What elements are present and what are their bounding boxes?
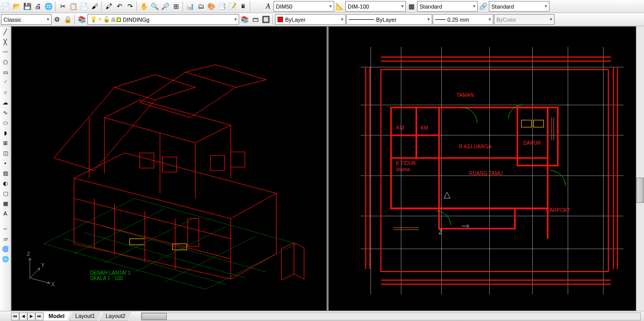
dcenter-icon[interactable]: 🗂: [196, 2, 206, 12]
table-icon[interactable]: ▦: [1, 199, 10, 208]
arc-icon[interactable]: ◜: [1, 78, 10, 87]
axis-x-label: X: [51, 281, 55, 287]
region-icon[interactable]: ▢: [1, 189, 10, 198]
ellipse-arc-icon[interactable]: ◗: [1, 128, 10, 137]
save-icon[interactable]: 💾: [22, 2, 32, 12]
zoom-in-icon[interactable]: 🔎: [160, 2, 170, 12]
text-style-icon[interactable]: A: [263, 2, 273, 12]
table-style-value: Standard: [420, 4, 442, 10]
tab-first-icon[interactable]: ⏮: [11, 312, 19, 320]
tab-model[interactable]: Model: [43, 312, 70, 321]
rectangle-icon[interactable]: ▭: [1, 68, 10, 77]
calc-icon[interactable]: 🖩: [238, 2, 248, 12]
redo-icon[interactable]: ↷: [125, 2, 135, 12]
open-icon[interactable]: 📂: [12, 2, 22, 12]
table-style-icon[interactable]: ▦: [406, 2, 417, 12]
svg-line-11: [74, 219, 231, 259]
ml-style-icon[interactable]: 🔗: [478, 2, 488, 12]
layer-dropdown[interactable]: 💡☀🔓🖶 DINDINGg ▼: [87, 14, 239, 25]
tab-layout1[interactable]: Layout1: [70, 312, 101, 321]
tab-last-icon[interactable]: ⏭: [35, 312, 43, 320]
horizontal-scrollbar[interactable]: [141, 312, 641, 320]
tool-palette-icon[interactable]: 🎨: [206, 2, 216, 12]
separator: [182, 2, 183, 12]
vertical-scrollbar[interactable]: [636, 26, 644, 311]
ellipse-icon[interactable]: ⬭: [1, 118, 10, 127]
point-icon[interactable]: •: [1, 158, 10, 168]
tab-prev-icon[interactable]: ◀: [19, 312, 27, 320]
block-icon[interactable]: ◫: [1, 148, 10, 157]
paste-icon[interactable]: 📄: [79, 2, 89, 12]
polyline-icon[interactable]: 〰: [1, 47, 10, 57]
xline-icon[interactable]: ╳: [1, 37, 10, 46]
line-icon[interactable]: ╱: [1, 27, 10, 36]
dim-style-dropdown[interactable]: DIM-100 ▼: [345, 1, 406, 12]
tab-layout2[interactable]: Layout2: [100, 312, 131, 321]
iso-title-line1: DENAH LANTAI 1: [90, 270, 130, 276]
orbit-icon[interactable]: 🌀: [1, 244, 10, 253]
chevron-down-icon: ▼: [400, 4, 404, 9]
props-icon[interactable]: 📊: [185, 2, 195, 12]
viewport-isometric[interactable]: X Y Z DENAH LANTAI 1 SKALA 1 : 100: [11, 26, 328, 311]
scrollbar-thumb[interactable]: [142, 313, 167, 320]
match-icon[interactable]: 🖌: [89, 2, 100, 12]
chevron-down-icon: ▼: [488, 17, 492, 22]
chevron-down-icon: ▼: [427, 17, 431, 22]
svg-rect-8: [211, 155, 225, 171]
area-icon[interactable]: ▱: [1, 234, 10, 243]
undo-icon[interactable]: ↶: [114, 2, 124, 12]
label-ktidur2: utama: [396, 167, 410, 172]
viewport-floorplan[interactable]: TAMAN KM KM R.KELUARGA DAPUR K TIDUR uta…: [328, 26, 644, 311]
text-style-dropdown[interactable]: DIM50 ▼: [273, 1, 334, 12]
zoom-icon[interactable]: 🔍: [150, 2, 160, 12]
layer-iso-icon[interactable]: 🔲: [261, 15, 271, 25]
circle-icon[interactable]: ○: [1, 88, 10, 97]
label-z-axis: Z: [439, 229, 442, 236]
lineweight-dropdown[interactable]: 0.25 mm ▼: [433, 14, 493, 25]
tab-next-icon[interactable]: ▶: [27, 312, 35, 320]
revcloud-icon[interactable]: ☁: [1, 98, 10, 107]
scrollbar-thumb[interactable]: [636, 178, 644, 203]
dim-style-icon[interactable]: 📐: [335, 2, 345, 12]
label-carport: CARPORT: [546, 207, 571, 213]
ml-style-dropdown[interactable]: Standard ▼: [489, 1, 549, 12]
hatch-icon[interactable]: ▨: [1, 169, 10, 178]
plotstyle-dropdown[interactable]: ByColor ▼: [494, 14, 555, 25]
plot-icon[interactable]: 🖨: [33, 2, 43, 12]
zoom-ext-icon[interactable]: ⊞: [171, 2, 181, 12]
layer-previous-icon[interactable]: 📚: [240, 15, 250, 25]
svg-line-12: [74, 198, 231, 239]
distance-icon[interactable]: ↔: [1, 224, 10, 233]
color-value: ByLayer: [285, 17, 305, 23]
cut-icon[interactable]: ✂: [58, 2, 68, 12]
gradient-icon[interactable]: ◐: [1, 179, 10, 188]
spline-icon[interactable]: ∿: [1, 108, 10, 117]
mtext-icon[interactable]: A: [1, 209, 10, 218]
label-km2: KM: [421, 125, 428, 131]
workspace-settings-icon[interactable]: ⚙: [52, 15, 62, 25]
tab-nav-buttons: ⏮ ◀ ▶ ⏭: [11, 312, 43, 320]
chevron-down-icon: ▼: [544, 4, 548, 9]
lineweight-preview: [435, 19, 445, 20]
brush-icon[interactable]: 🖍: [104, 2, 114, 12]
pan-icon[interactable]: ✋: [139, 2, 149, 12]
table-style-dropdown[interactable]: Standard ▼: [417, 1, 478, 12]
layer-manager-icon[interactable]: 📚: [77, 15, 87, 25]
insert-icon[interactable]: ⊞: [1, 138, 10, 147]
linetype-dropdown[interactable]: ByLayer ▼: [346, 14, 432, 25]
workspace-dropdown[interactable]: Classic ▼: [1, 14, 52, 25]
sheet-set-icon[interactable]: 📑: [217, 2, 227, 12]
workspace-lock-icon[interactable]: 🔒: [63, 15, 73, 25]
color-dropdown[interactable]: ByLayer ▼: [275, 14, 346, 25]
polygon-icon[interactable]: ⬠: [1, 58, 10, 67]
preview-icon[interactable]: 🌐: [43, 2, 54, 12]
separator: [250, 2, 251, 12]
separator: [55, 2, 56, 12]
layer-states-icon[interactable]: 🗃: [250, 15, 260, 25]
copy-icon[interactable]: 📋: [68, 2, 78, 12]
new-icon[interactable]: 📄: [1, 2, 11, 12]
markup-icon[interactable]: 📝: [227, 2, 238, 12]
svg-line-15: [30, 278, 50, 283]
svg-rect-56: [534, 120, 544, 127]
helix-icon[interactable]: 🌐: [1, 254, 10, 263]
